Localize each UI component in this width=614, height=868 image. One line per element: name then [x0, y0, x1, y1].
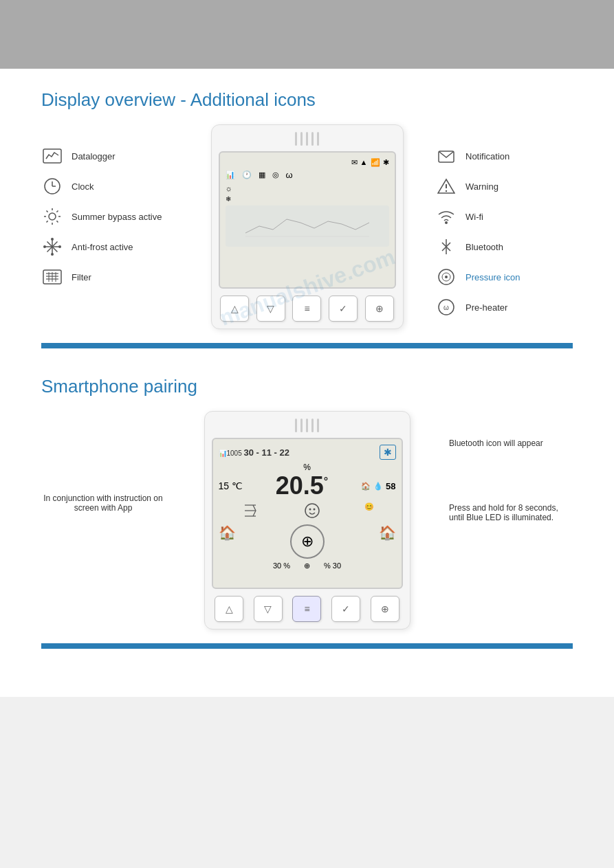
check-button-2[interactable]: ✓ [331, 596, 360, 622]
section2-title: Smartphone pairing [41, 376, 573, 397]
s2-circle-icon [304, 502, 320, 520]
pairing-right-label2: Press and hold for 8 seconds, until Blue… [449, 503, 558, 522]
thermostat-buttons-2[interactable]: △ ▽ ≡ ✓ ⊕ [212, 596, 403, 622]
menu-button-2[interactable]: ≡ [292, 596, 321, 622]
pressure-label: Pressure icon [465, 272, 520, 282]
s2-right-icons: 🏠 💧 58 [361, 481, 395, 491]
wifi-label: Wi-fi [465, 212, 483, 222]
screen-row4: ❄ [226, 195, 389, 203]
notification-icon [435, 145, 457, 167]
thermostat-screen-1: ✉ ▲ 📶 ✱ 📊 🕐 ▦ ◎ ω ☼ [219, 151, 396, 289]
pairing-right-text: Bluetooth icon will appear Press and hol… [449, 411, 573, 522]
warning-icon [435, 175, 457, 197]
screen-sun-icon: ☼ [226, 184, 232, 192]
s2-fan-pct-icon: ⊕ [304, 561, 310, 570]
s2-row6: 30 % ⊕ % 30 [219, 561, 396, 570]
s2-row4: 🏠 ⊕ 🏠 [219, 524, 396, 559]
svg-point-44 [309, 509, 311, 511]
pairing-right-label1: Bluetooth icon will appear [449, 438, 543, 448]
svg-line-9 [47, 211, 48, 212]
s2-pct-left: 30 % [273, 561, 290, 570]
screen-top-row: ✉ ▲ 📶 ✱ [226, 158, 389, 167]
pressure-icon [435, 266, 457, 288]
vent-t2-1 [295, 419, 297, 432]
s2-58: 58 [386, 481, 395, 491]
thermostat-vents-1 [219, 132, 396, 146]
vent-1 [295, 132, 297, 146]
vent-t2-5 [317, 419, 319, 432]
s2-drop-icon: 💧 [373, 482, 383, 491]
icons-right: Notification Warning [435, 124, 573, 318]
vent-2 [300, 132, 303, 146]
down-button-2[interactable]: ▽ [254, 596, 283, 622]
svg-line-10 [56, 221, 58, 222]
summer-bypass-icon [41, 205, 63, 227]
pairing-left-label: In conjunction with instruction on scree… [43, 493, 162, 513]
antifrost-icon [41, 236, 63, 258]
thermostat-vents-2 [212, 419, 403, 432]
pairing-section: Smartphone pairing In conjunction with i… [41, 376, 573, 630]
icon-row-clock: Clock [41, 175, 199, 197]
up-button-2[interactable]: △ [215, 596, 243, 622]
screen-row3: ☼ [226, 184, 389, 192]
s2-smiley-icon: 😊 [364, 502, 374, 520]
s2-big-temp: 20.5° [276, 474, 328, 498]
datalogger-icon [41, 145, 63, 167]
s2-temp-row: 15 ℃ 20.5° 🏠 💧 58 [219, 474, 396, 498]
pairing-device-wrapper: 📊1005 30 - 11 - 22 ✱ % 15 ℃ 20.5° [165, 411, 449, 630]
icon-row-warning: Warning [435, 175, 573, 197]
check-button-1[interactable]: ✓ [329, 296, 358, 322]
thermostat-screen-2: 📊1005 30 - 11 - 22 ✱ % 15 ℃ 20.5° [212, 438, 403, 589]
s2-bypass-icon [241, 502, 260, 520]
pairing-left-text: In conjunction with instruction on scree… [41, 411, 165, 513]
warning-label: Warning [465, 181, 498, 192]
pairing-right-note: Press and hold for 8 seconds, until Blue… [449, 503, 573, 522]
page-content: Display overview - Additional icons Data… [0, 69, 614, 697]
menu-button-1[interactable]: ≡ [292, 296, 321, 322]
bluetooth-icon [435, 236, 457, 258]
svg-point-37 [445, 276, 448, 278]
thermostat-device-1: ✉ ▲ 📶 ✱ 📊 🕐 ▦ ◎ ω ☼ [199, 124, 415, 329]
vent-3 [306, 132, 308, 146]
wifi-icon [435, 205, 457, 227]
screen-graph-area [226, 205, 389, 247]
svg-line-11 [56, 211, 58, 212]
thermostat-1: ✉ ▲ 📶 ✱ 📊 🕐 ▦ ◎ ω ☼ [211, 124, 404, 329]
bluetooth-label: Bluetooth [465, 242, 503, 252]
s2-bt-box: ✱ [380, 445, 396, 460]
screen-wifi-icon: 📶 [371, 158, 380, 167]
screen-snowflake-icon: ❄ [226, 195, 231, 203]
svg-point-17 [51, 238, 54, 241]
up-button-1[interactable]: △ [220, 296, 249, 322]
icon-row-antifrost: Anti-frost active [41, 236, 199, 258]
svg-point-4 [49, 213, 56, 220]
icon-row-summer: Summer bypass active [41, 205, 199, 227]
s2-row1: 📊1005 30 - 11 - 22 ✱ [219, 445, 396, 460]
s2-date: 30 - 11 - 22 [244, 447, 290, 458]
screen-row2: 📊 🕐 ▦ ◎ ω [226, 170, 389, 180]
svg-point-19 [43, 245, 46, 248]
s2-house-right: 🏠 [379, 524, 396, 559]
thermostat-buttons-1[interactable]: △ ▽ ≡ ✓ ⊕ [219, 296, 396, 322]
down-button-1[interactable]: ▽ [256, 296, 285, 322]
icon-row-notification: Notification [435, 145, 573, 167]
vent-t2-2 [300, 419, 303, 432]
filter-label: Filter [72, 272, 91, 282]
s2-pct-right: % 30 [324, 561, 341, 570]
plus-button-1[interactable]: ⊕ [365, 296, 394, 322]
screen-warning-icon: ▲ [360, 158, 368, 167]
screen-bt-icon: ✱ [383, 158, 389, 167]
s2-percent-label: % [303, 463, 311, 472]
vent-4 [311, 132, 314, 146]
section2-divider [41, 643, 573, 649]
preheater-icon: ω [435, 296, 457, 318]
summer-bypass-label: Summer bypass active [72, 212, 162, 222]
s2-house-icon: 🏠 [361, 482, 371, 491]
preheater-label: Pre-heater [465, 302, 507, 313]
plus-button-2[interactable]: ⊕ [371, 596, 399, 622]
svg-point-20 [58, 245, 61, 248]
page-wrapper: manualshive.com Display overview - Addit… [0, 0, 614, 697]
icon-row-filter: Filter [41, 266, 199, 288]
screen-clock-icon: 🕐 [242, 170, 252, 179]
svg-point-18 [51, 253, 54, 256]
